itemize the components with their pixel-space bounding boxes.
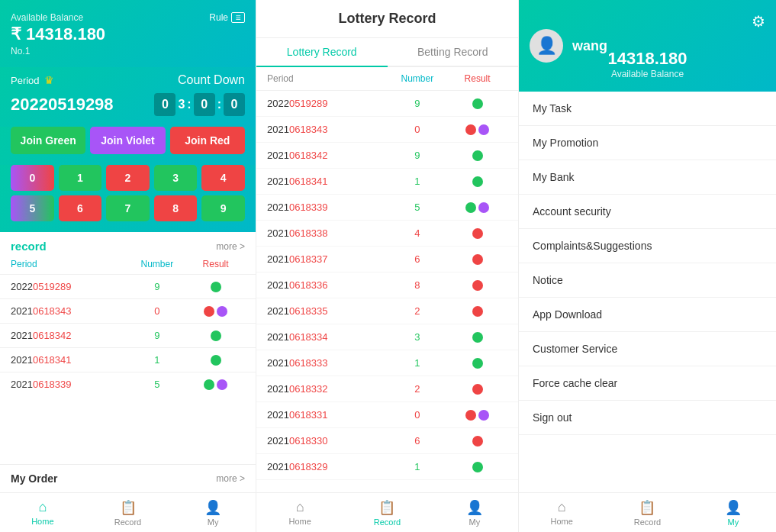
- row-number: 1: [388, 357, 448, 369]
- menu-item-force-cache[interactable]: Force cache clear: [519, 366, 776, 401]
- menu-item-sign-out[interactable]: Sign out: [519, 401, 776, 435]
- tab-betting-record[interactable]: Betting Record: [388, 38, 519, 66]
- countdown-h: 0: [154, 93, 175, 116]
- dot-green: [211, 330, 221, 341]
- menu-item-complaints[interactable]: Complaints&Suggestions: [519, 229, 776, 263]
- p2-nav-home[interactable]: ⌂ Home: [256, 493, 343, 532]
- dot-red: [472, 228, 483, 239]
- num-btn-3[interactable]: 3: [154, 165, 198, 191]
- row-result: [186, 379, 245, 390]
- num-btn-9[interactable]: 9: [201, 195, 245, 221]
- my-order-more[interactable]: more >: [216, 473, 245, 484]
- sep2: :: [187, 98, 191, 111]
- tab-lottery-record[interactable]: Lottery Record: [256, 38, 388, 67]
- p2-nav-my[interactable]: 👤 My: [431, 493, 518, 532]
- panel2-bottom-nav: ⌂ Home 📋 Record 👤 My: [256, 492, 518, 532]
- dot-violet: [217, 379, 227, 390]
- row-period: 20210618343: [11, 305, 128, 317]
- table-row: 20210618343 0: [0, 298, 256, 323]
- panel1-header: Available Balance ₹ 14318.180 No.1 Rule …: [0, 0, 256, 67]
- row-result: [186, 330, 245, 341]
- record-section: record more > Period Number Result 20220…: [0, 232, 256, 492]
- num-btn-2[interactable]: 2: [106, 165, 150, 191]
- crown-icon: ♛: [44, 74, 54, 86]
- dot-green: [211, 355, 221, 366]
- dot-red: [472, 306, 483, 317]
- record-more-link[interactable]: more >: [216, 241, 245, 252]
- table-row: 20210618342 9: [0, 323, 256, 347]
- row-result: [447, 280, 507, 291]
- p3-nav-home[interactable]: ⌂ Home: [519, 493, 604, 532]
- row-period: 20210618336: [267, 279, 388, 291]
- p3-nav-record[interactable]: 📋 Record: [604, 493, 690, 532]
- row-period: 20210618332: [267, 383, 388, 395]
- p2-nav-home-label: Home: [288, 517, 311, 526]
- row-number: 2: [388, 305, 448, 317]
- num-btn-0[interactable]: 0: [11, 165, 54, 191]
- row-result: [447, 358, 507, 369]
- panel-profile: 👤 wang ⚙ 14318.180 Available Balance My …: [519, 0, 776, 532]
- profile-balance-label: Available Balance: [519, 69, 776, 79]
- record-icon: 📋: [120, 499, 137, 516]
- nav-record[interactable]: 📋 Record: [85, 493, 171, 532]
- dot-red: [472, 254, 483, 265]
- table-row: 20210618331 0: [256, 402, 518, 428]
- menu-item-customer-service[interactable]: Customer Service: [519, 332, 776, 366]
- table-row: 20220519289 9: [256, 91, 518, 117]
- menu-item-app-download[interactable]: App Download: [519, 298, 776, 332]
- col-period-label: Period: [11, 259, 128, 269]
- num-btn-5[interactable]: 5: [11, 195, 54, 221]
- p2-nav-my-label: My: [468, 517, 480, 527]
- panel3-header: 👤 wang ⚙ 14318.180 Available Balance: [519, 0, 776, 92]
- table-row: 20210618330 6: [256, 428, 518, 454]
- p3-nav-my[interactable]: 👤 My: [691, 493, 776, 532]
- sep1: 3: [178, 98, 185, 111]
- row-result: [447, 228, 507, 239]
- panel1-bottom-nav: ⌂ Home 📋 Record 👤 My: [0, 492, 256, 532]
- countdown-label: Count Down: [178, 73, 245, 86]
- row-number: 0: [388, 409, 448, 421]
- num-btn-6[interactable]: 6: [59, 195, 102, 221]
- my-icon: 👤: [725, 499, 742, 516]
- sep3: :: [217, 98, 221, 111]
- num-btn-7[interactable]: 7: [106, 195, 150, 221]
- menu-item-my-task[interactable]: My Task: [519, 92, 776, 126]
- menu-item-account-security[interactable]: Account security: [519, 195, 776, 229]
- p2-col-period: Period: [267, 73, 388, 84]
- row-result: [447, 254, 507, 265]
- row-result: [447, 332, 507, 343]
- row-period: 20220519289: [11, 281, 128, 292]
- row-result: [447, 176, 507, 187]
- p2-columns: Period Number Result: [256, 67, 518, 91]
- row-number: 6: [388, 435, 448, 447]
- row-period: 20210618330: [267, 435, 388, 447]
- dot-red: [465, 410, 476, 421]
- menu-item-my-bank[interactable]: My Bank: [519, 160, 776, 195]
- nav-home[interactable]: ⌂ Home: [0, 493, 85, 532]
- join-violet-button[interactable]: Join Violet: [90, 127, 165, 154]
- row-number: 5: [388, 202, 448, 213]
- rule-button[interactable]: Rule ≡: [209, 12, 245, 23]
- num-btn-4[interactable]: 4: [201, 165, 245, 191]
- row-result: [186, 306, 245, 317]
- settings-button[interactable]: ⚙: [752, 12, 765, 31]
- menu-item-notice[interactable]: Notice: [519, 263, 776, 298]
- rule-icon: ≡: [231, 12, 245, 23]
- row-period: 20210618342: [267, 150, 388, 161]
- record-columns: Period Number Result: [0, 257, 256, 274]
- nav-my[interactable]: 👤 My: [170, 493, 256, 532]
- join-red-button[interactable]: Join Red: [170, 127, 245, 154]
- row-period: 20210618339: [267, 202, 388, 213]
- join-green-button[interactable]: Join Green: [11, 127, 85, 154]
- num-btn-1[interactable]: 1: [59, 165, 102, 191]
- menu-item-my-promotion[interactable]: My Promotion: [519, 126, 776, 160]
- row-result: [447, 306, 507, 317]
- dot-violet: [217, 306, 227, 317]
- home-icon: ⌂: [296, 499, 304, 515]
- num-btn-8[interactable]: 8: [154, 195, 198, 221]
- dot-violet: [478, 124, 489, 135]
- row-result: [186, 282, 245, 292]
- p2-nav-record[interactable]: 📋 Record: [343, 493, 430, 532]
- menu-list: My Task My Promotion My Bank Account sec…: [519, 92, 776, 492]
- p2-col-result: Result: [447, 73, 507, 84]
